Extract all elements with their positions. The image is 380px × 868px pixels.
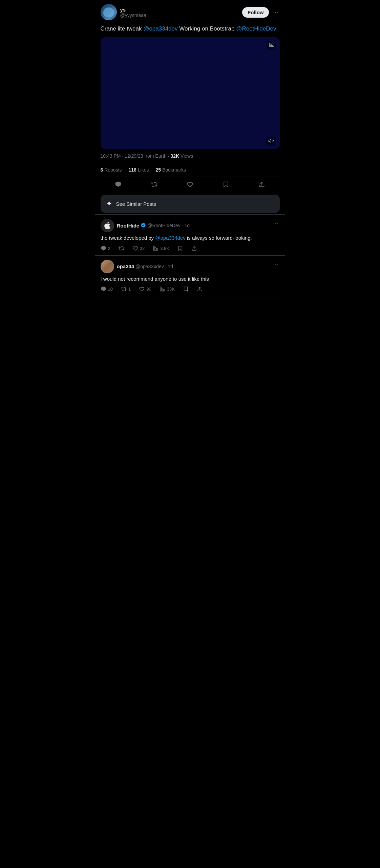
comment-author-roothide: RootHide @RootHideDev · 1d [101,219,190,232]
media-content [101,37,280,150]
reply-count-roothide: 2 [108,246,110,251]
apple-logo-svg [103,221,112,230]
mention-opa334dev[interactable]: @opa334dev [143,25,177,32]
tweet-header: ys @yyysmaaa Follow ··· [101,4,280,20]
reply-count-opa334: 10 [108,287,113,292]
tweet-text-part-1: Crane lite tweak [101,25,144,32]
like-count-opa334: 90 [146,287,151,292]
tweet-text-part-2: Working on Bootstrap [178,25,236,32]
comment-like-opa334[interactable]: 90 [139,286,151,292]
like-button[interactable] [184,178,196,191]
comment-display-name-roothide: RootHide [117,223,140,229]
avatar-opa334[interactable] [101,260,114,273]
follow-button[interactable]: Follow [242,7,269,18]
comment-views-roothide[interactable]: 3.8K [153,245,169,251]
comment-text-opa334: I would not recommend anyone to use it l… [101,275,280,283]
comment-reply-roothide[interactable]: 2 [101,245,110,251]
comment-text-roothide: the tweak developed by @opa334dev is alw… [101,234,280,242]
reply-icon [101,245,106,251]
user-info: ys @yyysmaaa [120,7,146,18]
comment-author-opa334: opa334 @opa334dev · 1d [101,260,173,273]
like-icon [139,286,145,292]
svg-rect-9 [160,287,161,291]
tweet-media[interactable] [101,37,280,150]
comment-text-content-opa334: I would not recommend anyone to use it l… [101,276,209,282]
comment-more-button-opa334[interactable]: ··· [272,260,279,270]
comment-like-roothide[interactable]: 32 [132,245,145,251]
avatar[interactable] [101,4,117,20]
likes-label: Likes [138,167,149,173]
comment-bookmark-roothide[interactable] [177,245,183,251]
likes-count: 116 [129,167,136,173]
comment-reply-opa334[interactable]: 10 [101,286,113,292]
like-icon [187,181,193,188]
share-button[interactable] [256,178,268,191]
svg-rect-7 [155,247,156,250]
mute-icon[interactable] [266,137,276,146]
reposts-count: 6 [101,167,103,173]
share-icon [197,286,203,292]
comment-repost-roothide[interactable] [119,245,124,251]
comment-mention-opa334dev[interactable]: @opa334dev [155,235,185,241]
reposts-stat[interactable]: 6 Reposts [101,167,122,173]
comment-views-opa334[interactable]: 33K [160,286,175,292]
repost-count-opa334: 1 [128,287,131,292]
comment-bookmark-opa334[interactable] [183,286,189,292]
comment-display-name-opa334: opa334 [117,263,134,269]
bookmarks-stat[interactable]: 25 Bookmarks [155,167,186,173]
repost-icon [121,286,127,292]
bookmark-icon [177,245,183,251]
bookmarks-label: Bookmarks [162,167,186,173]
tweet-timestamp: 10:43 PM · 12/29/23 from Earth · 32K Vie… [101,153,280,159]
comment-share-opa334[interactable] [197,286,203,292]
comment-share-roothide[interactable] [191,245,197,251]
comment-header-opa334: opa334 @opa334dev · 1d ··· [101,260,280,273]
bookmark-icon [223,181,229,188]
comment-user-info-roothide: RootHide @RootHideDev · 1d [117,222,190,229]
likes-stat[interactable]: 116 Likes [129,167,149,173]
repost-button[interactable] [148,178,160,191]
tweet-header-actions: Follow ··· [242,7,280,18]
reposts-label: Reposts [104,167,122,173]
views-count: 32K [171,153,180,159]
comment-repost-opa334[interactable]: 1 [121,286,131,292]
tweet-actions-bar [101,177,280,195]
repost-icon [151,181,157,188]
comment-header-roothide: RootHide @RootHideDev · 1d ··· [101,219,280,232]
see-similar-label: See Similar Posts [116,201,156,207]
tweet-text: Crane lite tweak @opa334dev Working on B… [101,24,280,33]
comment-roothide: RootHide @RootHideDev · 1d ··· the tweak… [95,215,285,256]
comment-opa334: opa334 @opa334dev · 1d ··· I would not r… [95,256,285,297]
comment-username-roothide: @RootHideDev [147,223,180,228]
views-icon [160,286,165,292]
svg-rect-11 [163,289,164,291]
comment-more-button-roothide[interactable]: ··· [272,219,279,229]
share-icon [191,245,197,251]
comment-user-info-opa334: opa334 @opa334dev · 1d [117,263,173,269]
bookmark-button[interactable] [220,178,232,191]
mention-roothidedev[interactable]: @RootHideDev [236,25,276,32]
svg-rect-10 [162,288,163,291]
comment-text-part-2-roothide: is always so forward-looking. [186,235,252,241]
username: @yyysmaaa [120,13,146,18]
like-count-roothide: 32 [140,246,145,251]
bookmarks-count: 25 [155,167,161,173]
avatar-roothide[interactable] [101,219,114,232]
display-name: ys [120,7,146,13]
views-icon [153,245,159,251]
svg-marker-3 [269,139,271,143]
comment-text-part-1-roothide: the tweak developed by [101,235,155,241]
comment-username-opa334: @opa334dev [135,264,164,269]
see-similar-button[interactable]: ✦ See Similar Posts [101,195,280,213]
repost-icon [119,245,124,251]
sparkle-icon: ✦ [106,199,112,208]
views-count-opa334: 33K [167,287,175,292]
reply-icon [101,286,106,292]
tweet-author-info: ys @yyysmaaa [101,4,146,20]
views-count-roothide: 3.8K [160,246,169,251]
like-icon [132,245,138,251]
tweet-stats: 6 Reposts 116 Likes 25 Bookmarks [101,163,280,177]
timestamp-text: 10:43 PM · 12/29/23 from Earth · [101,153,171,159]
reply-button[interactable] [112,178,124,191]
more-button[interactable]: ··· [272,7,279,17]
